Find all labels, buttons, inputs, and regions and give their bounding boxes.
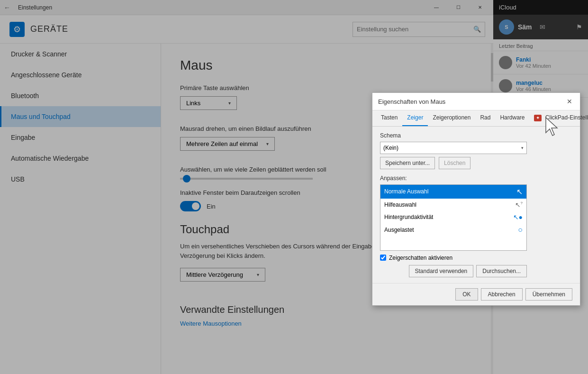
dialog-title: Eigenschaften von Maus [378, 98, 445, 105]
cursor-icon-hintergrund: ↖● [513, 213, 523, 221]
ok-button[interactable]: OK [455, 288, 478, 301]
dialog-action-buttons: Standard verwenden Durchsuchen... [380, 265, 527, 277]
mouse-properties-dialog: Eigenschaften von Maus ✕ Tasten Zeiger Z… [372, 92, 580, 306]
dialog-footer: OK Abbrechen Übernehmen [372, 283, 580, 305]
schema-label: Schema [380, 132, 527, 139]
schema-chevron-icon: ▾ [521, 146, 524, 150]
schema-section: Schema (Kein) ▾ Speichern unter... Lösch… [380, 132, 527, 169]
loschen-button[interactable]: Löschen [439, 157, 470, 169]
tab-zeigeroptionen[interactable]: Zeigeroptionen [428, 110, 475, 126]
schema-buttons: Speichern unter... Löschen [380, 157, 527, 169]
cursor-label-hilfe: Hilfeauswahl [384, 201, 416, 208]
abbrechen-button[interactable]: Abbrechen [481, 288, 523, 301]
svg-marker-0 [546, 118, 557, 136]
cursor-icon-normale: ↖ [516, 187, 523, 196]
tab-hardware[interactable]: Hardware [495, 110, 529, 126]
zeigerschatten-label: Zeigerschatten aktivieren [389, 255, 452, 261]
schema-row: (Kein) ▾ [380, 142, 527, 154]
tab-rad[interactable]: Rad [475, 110, 495, 126]
cursor-item-ausgelastet[interactable]: Ausgelastet ○ [380, 223, 526, 237]
cursor-item-normale[interactable]: Normale Auswahl ↖ [380, 185, 526, 199]
speichern-button[interactable]: Speichern unter... [380, 157, 435, 169]
anpassen-label: Anpassen: [380, 175, 527, 182]
cursor-icon-ausgelastet: ○ [518, 226, 523, 234]
schema-value: (Kein) [383, 145, 398, 151]
dialog-body: Schema (Kein) ▾ Speichern unter... Lösch… [372, 127, 580, 283]
cursor-label-normale: Normale Auswahl [384, 188, 428, 195]
dialog-overlay: Eigenschaften von Maus ✕ Tasten Zeiger Z… [0, 0, 588, 374]
cursor-label-hintergrund: Hintergrundaktivität [384, 214, 433, 220]
cursor-label-ausgelastet: Ausgelastet [384, 227, 414, 233]
cursor-list[interactable]: Normale Auswahl ↖ Hilfeauswahl ↖? Hinter… [380, 184, 527, 251]
cursor-preview [534, 104, 572, 151]
tab-zeiger[interactable]: Zeiger [402, 110, 428, 126]
durchsuchen-button[interactable]: Durchsuchen... [476, 265, 527, 277]
cursor-item-hintergrund[interactable]: Hintergrundaktivität ↖● [380, 211, 526, 223]
tab-tasten[interactable]: Tasten [376, 110, 402, 126]
standard-verwenden-button[interactable]: Standard verwenden [409, 265, 474, 277]
schema-dropdown[interactable]: (Kein) ▾ [380, 142, 527, 154]
cursor-preview-image [544, 116, 563, 139]
zeigerschatten-checkbox[interactable] [380, 255, 386, 261]
cursor-icon-hilfe: ↖? [515, 201, 523, 209]
checkbox-row: Zeigerschatten aktivieren [380, 255, 527, 261]
cursor-item-hilfe[interactable]: Hilfeauswahl ↖? [380, 199, 526, 211]
ubernehmen-button[interactable]: Übernehmen [525, 288, 572, 301]
